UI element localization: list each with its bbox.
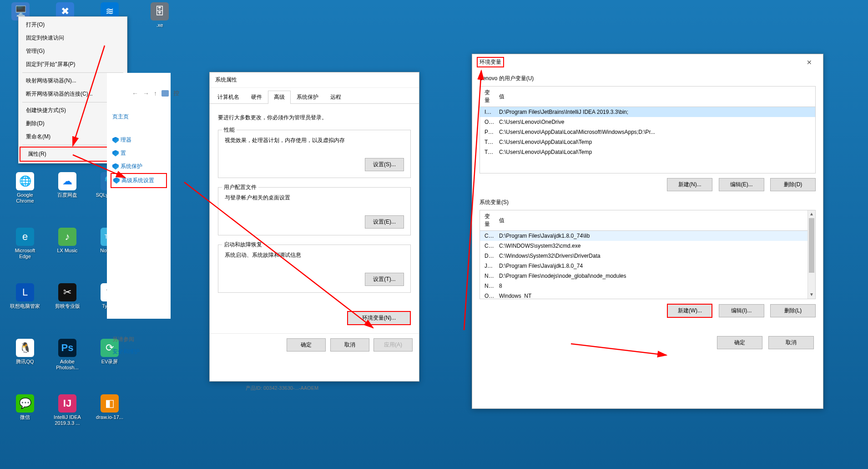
sidebar-link-label: 安全和维护	[112, 348, 140, 356]
tab-sys-protect[interactable]: 系统保护	[291, 91, 324, 103]
table-row[interactable]: IntelliJ IDEAD:\Program Files\JetBrains\…	[480, 107, 815, 117]
context-menu-pin-quick[interactable]: 固定到快速访问	[19, 31, 127, 45]
sys-new-button[interactable]: 新建(W)...	[667, 304, 712, 318]
scroll-thumb[interactable]	[809, 218, 814, 273]
system-properties-dialog: 系统属性 计算机名 硬件 高级 系统保护 远程 要进行大多数更改，你必须作为管理…	[209, 72, 419, 382]
context-menu-open[interactable]: 打开(O)	[19, 18, 127, 31]
desktop-icon-label: Adobe Photosh...	[51, 359, 83, 371]
shield-icon	[112, 163, 119, 170]
breadcrumb-text[interactable]: 控	[173, 89, 179, 97]
db-icon: 🗄	[151, 2, 169, 20]
var-value-cell: C:\Windows\System32\Drivers\DriverData	[495, 251, 815, 261]
shield-icon	[112, 137, 119, 143]
admin-hint: 要进行大多数更改，你必须作为管理员登录。	[218, 114, 411, 122]
close-button[interactable]: ✕	[800, 59, 818, 66]
table-row[interactable]: NODE_PATHD:\Program Files\nodejs\node_gl…	[480, 271, 815, 281]
sidebar-link-security[interactable]: 安全和维护	[111, 345, 167, 358]
desktop-icon-lxmusic[interactable]: ♪ LX Music	[51, 228, 83, 254]
col-value-header[interactable]: 值	[495, 87, 815, 107]
dialog-titlebar: 环境变量 ✕	[472, 54, 823, 70]
table-row[interactable]: TEMPC:\Users\Lenovo\AppData\Local\Temp	[480, 137, 815, 147]
desktop-icon-label: 腾讯QQ	[9, 359, 41, 365]
table-row[interactable]: JAVA_HOMED:\Program Files\Java\jdk1.8.0_…	[480, 261, 815, 271]
sys-edit-button[interactable]: 编辑(I)...	[719, 304, 764, 317]
context-menu-item-label: 创建快捷方式(S)	[26, 107, 66, 113]
table-row[interactable]: PathC:\Users\Lenovo\AppData\Local\Micros…	[480, 127, 815, 137]
product-id-text: 产品ID: 00342-33630-...-AAOEM	[246, 385, 318, 392]
desktop-icon-wechat[interactable]: 💬 微信	[9, 394, 41, 420]
system-variables-table[interactable]: 变量 值 CLASSPATHD:\Program Files\Java\jdk1…	[479, 210, 816, 299]
profile-group: 用户配置文件 与登录帐户相关的桌面设置 设置(E)...	[218, 187, 411, 235]
breadcrumb-nav: ← → ↑ 控	[132, 89, 179, 97]
desktop-icon-edge[interactable]: e Microsoft Edge	[9, 228, 41, 260]
nav-fwd-icon[interactable]: →	[143, 90, 149, 97]
table-row[interactable]: OneDriveC:\Users\Lenovo\OneDrive	[480, 117, 815, 127]
cancel-button[interactable]: 取消	[768, 336, 814, 349]
startup-settings-button[interactable]: 设置(T)...	[365, 273, 404, 286]
var-name-cell: ComSpec	[480, 241, 495, 251]
var-name-cell: DriverData	[480, 251, 495, 261]
var-value-cell: D:\Program Files\nodejs\node_global\node…	[495, 271, 815, 281]
col-variable-header[interactable]: 变量	[480, 87, 495, 107]
desktop-icon-photoshop[interactable]: Ps Adobe Photosh...	[51, 339, 83, 371]
table-row[interactable]: ComSpecC:\WINDOWS\system32\cmd.exe	[480, 241, 815, 251]
sidebar-link-home[interactable]: 页主页	[111, 110, 167, 123]
desktop-icon-jianying[interactable]: ✂ 剪映专业版	[51, 283, 83, 309]
desktop-icon-qq[interactable]: 🐧 腾讯QQ	[9, 339, 41, 365]
user-delete-button[interactable]: 删除(D)	[770, 178, 816, 191]
sidebar-link-device-mgr[interactable]: 理器	[111, 133, 167, 147]
nav-up-icon[interactable]: ↑	[154, 90, 157, 97]
context-menu-manage[interactable]: 管理(G)	[19, 45, 127, 58]
profile-settings-button[interactable]: 设置(E)...	[365, 215, 404, 229]
jianying-icon: ✂	[58, 283, 76, 301]
desktop-icon-drawio[interactable]: ◧ draw.io-17...	[94, 394, 126, 420]
tab-computer-name[interactable]: 计算机名	[212, 91, 245, 103]
desktop-icon-baidudisk[interactable]: ☁ 百度网盘	[51, 172, 83, 198]
sidebar-link-sys-protect[interactable]: 系统保护	[111, 160, 167, 173]
perf-settings-button[interactable]: 设置(S)...	[365, 158, 404, 171]
var-value-cell: D:\Program Files\JetBrains\IntelliJ IDEA…	[495, 107, 815, 117]
user-new-button[interactable]: 新建(N)...	[667, 178, 712, 191]
scroll-down-icon[interactable]: ▼	[808, 291, 815, 299]
sidebar-link-label: 高级系统设置	[121, 177, 154, 184]
var-value-cell: C:\Users\Lenovo\AppData\Local\Temp	[495, 137, 815, 147]
var-value-cell: Windows_NT	[495, 291, 815, 299]
sys-delete-button[interactable]: 删除(L)	[770, 304, 816, 317]
ok-button[interactable]: 确定	[287, 338, 326, 352]
col-variable-header[interactable]: 变量	[480, 210, 495, 231]
desktop-icon-intellij[interactable]: IJ IntelliJ IDEA 2019.3.3 ...	[51, 394, 83, 426]
tab-remote[interactable]: 远程	[324, 91, 347, 103]
table-row[interactable]: OSWindows_NT	[480, 291, 815, 299]
col-value-header[interactable]: 值	[495, 210, 815, 231]
ok-button[interactable]: 确定	[717, 336, 762, 349]
nav-back-icon[interactable]: ←	[132, 90, 138, 97]
sidebar-see-also-label: 另请参阅	[111, 334, 167, 345]
sidebar-link-remote[interactable]: 置	[111, 147, 167, 160]
desktop-icon-label: Microsoft Edge	[9, 248, 41, 260]
environment-variables-button[interactable]: 环境变量(N)...	[347, 311, 411, 325]
tab-hardware[interactable]: 硬件	[245, 91, 268, 103]
sidebar-link-advanced[interactable]: 高级系统设置	[111, 173, 167, 188]
tab-advanced[interactable]: 高级	[268, 91, 291, 104]
table-row[interactable]: NUMBER_OF_PROCESSORS8	[480, 281, 815, 291]
var-value-cell: C:\Users\Lenovo\AppData\Local\Temp	[495, 147, 815, 157]
user-edit-button[interactable]: 编辑(E)...	[719, 178, 764, 191]
table-row[interactable]: CLASSPATHD:\Program Files\Java\jdk1.8.0_…	[480, 231, 815, 241]
desktop-icon-xe[interactable]: 🗄 .xe	[144, 2, 176, 28]
desktop-icon-lenovo[interactable]: L 联想电脑管家	[9, 283, 41, 309]
apply-button[interactable]: 应用(A)	[373, 338, 413, 352]
table-row[interactable]: DriverDataC:\Windows\System32\Drivers\Dr…	[480, 251, 815, 261]
desktop-icon-chrome[interactable]: 🌐 Google Chrome	[9, 172, 41, 204]
context-menu-item-label: 删除(D)	[26, 120, 45, 127]
var-value-cell: C:\Users\Lenovo\OneDrive	[495, 117, 815, 127]
context-menu-item-label: 映射网络驱动器(N)...	[26, 77, 76, 84]
drawio-icon: ◧	[101, 394, 119, 413]
context-menu-pin-start[interactable]: 固定到"开始"屏幕(P)	[19, 58, 127, 71]
scrollbar[interactable]: ▲ ▼	[807, 210, 815, 299]
user-variables-table[interactable]: 变量 值 IntelliJ IDEAD:\Program Files\JetBr…	[479, 86, 816, 173]
scroll-up-icon[interactable]: ▲	[808, 210, 815, 218]
settings-sidebar: ← → ↑ 控 页主页 理器 置 系统保护 高级系统设置 另请参阅 安全和维护	[107, 73, 171, 319]
table-row[interactable]: TMPC:\Users\Lenovo\AppData\Local\Temp	[480, 147, 815, 157]
cancel-button[interactable]: 取消	[330, 338, 369, 352]
var-value-cell: 8	[495, 281, 815, 291]
